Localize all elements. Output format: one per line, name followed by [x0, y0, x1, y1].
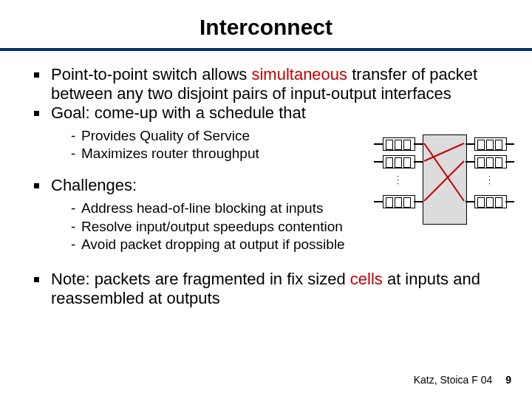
highlight: simultaneous: [251, 65, 347, 83]
bullet-2: Goal: come-up with a schedule that: [34, 103, 502, 123]
text: Provides Quality of Service: [81, 127, 250, 145]
text: Address head-of-line blocking at inputs: [81, 200, 323, 217]
text: Resolve input/output speedups contention: [81, 218, 343, 236]
input-queue: [383, 195, 415, 208]
attribution: Katz, Stoica F 04: [414, 374, 493, 386]
text: Maximizes router throughput: [81, 145, 259, 163]
ellipsis-icon: ···: [474, 174, 505, 185]
output-queue: [474, 155, 507, 168]
slide-footer: Katz, Stoica F 04 9: [414, 374, 511, 386]
bullet-icon: [34, 111, 39, 116]
text: Challenges:: [51, 176, 137, 195]
slide-title: Interconnect: [0, 15, 532, 40]
cross-connections: [423, 134, 466, 223]
input-queue: [383, 155, 415, 168]
text: Point-to-point switch allows: [51, 65, 251, 83]
ellipsis-icon: ···: [383, 174, 414, 185]
highlight: cells: [350, 270, 383, 288]
bullet-icon: [34, 183, 39, 188]
bullet-4: Note: packets are fragmented in fix size…: [34, 270, 502, 308]
interconnect-diagram: ··· ···: [381, 132, 507, 228]
output-queue: [474, 137, 507, 151]
input-queue: [383, 137, 415, 151]
title-rule: [0, 48, 532, 51]
bullet-1: Point-to-point switch allows simultaneou…: [34, 65, 502, 103]
text: Avoid packet dropping at output if possi…: [81, 236, 345, 253]
page-number: 9: [505, 374, 511, 386]
bullet-icon: [34, 277, 39, 282]
output-queue: [474, 195, 507, 208]
bullet-icon: [34, 72, 39, 78]
text: Note: packets are fragmented in fix size…: [51, 270, 350, 288]
sub-bullet: -Avoid packet dropping at output if poss…: [71, 236, 502, 253]
svg-line-2: [424, 161, 464, 201]
text: Goal: come-up with a schedule that: [51, 103, 306, 123]
